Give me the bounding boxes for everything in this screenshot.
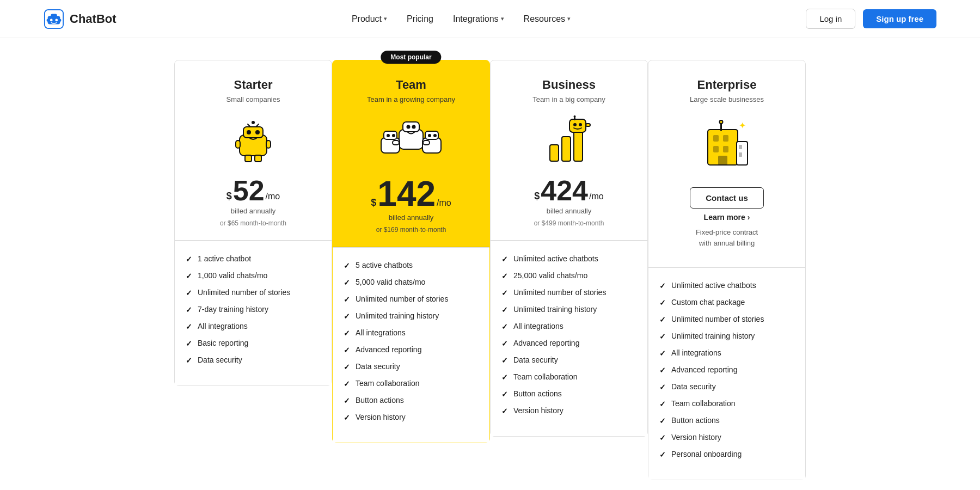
svg-point-23: [387, 134, 390, 137]
svg-rect-31: [550, 145, 559, 161]
plan-price-starter: $ 52 /mo: [188, 176, 318, 205]
check-icon: ✓: [659, 281, 666, 290]
plan-card-starter: StarterSmall companies $ 52 /mo billed a…: [174, 60, 332, 386]
price-period-team: /mo: [437, 195, 451, 211]
check-icon: ✓: [344, 278, 350, 287]
price-amount-starter: 52: [233, 176, 265, 205]
logo-link[interactable]: ChatBot: [44, 9, 117, 29]
feature-label: Unlimited training history: [671, 332, 755, 340]
feature-label: Advanced reporting: [356, 345, 421, 354]
feature-label: 1 active chatbot: [198, 254, 251, 263]
check-icon: ✓: [344, 346, 350, 354]
feature-item: ✓ 25,000 valid chats/mo: [501, 271, 636, 280]
check-icon: ✓: [186, 339, 192, 348]
svg-point-10: [247, 130, 251, 134]
plan-features-starter: ✓ 1 active chatbot ✓ 1,000 valid chats/m…: [175, 241, 332, 385]
feature-item: ✓ Unlimited training history: [659, 332, 794, 341]
check-icon: ✓: [659, 383, 666, 391]
svg-point-28: [433, 134, 437, 137]
check-icon: ✓: [659, 332, 666, 341]
login-button[interactable]: Log in: [806, 9, 855, 29]
feature-label: 1,000 valid chats/mo: [198, 271, 267, 280]
svg-rect-32: [562, 137, 571, 161]
feature-item: ✓ Unlimited number of stories: [501, 288, 636, 297]
logo-text: ChatBot: [70, 12, 117, 26]
feature-label: Version history: [356, 413, 406, 421]
plan-header-starter: StarterSmall companies $ 52 /mo billed a…: [175, 60, 332, 241]
check-icon: ✓: [186, 305, 192, 314]
svg-rect-18: [403, 122, 419, 132]
plan-illustration-enterprise: ✦: [661, 113, 792, 168]
svg-rect-43: [713, 146, 719, 152]
svg-point-19: [407, 125, 411, 129]
feature-label: Version history: [671, 433, 721, 442]
contact-us-button[interactable]: Contact us: [690, 187, 764, 209]
svg-rect-42: [723, 135, 728, 142]
svg-point-5: [55, 19, 58, 21]
feature-label: Custom chat package: [671, 298, 745, 307]
svg-text:✦: ✦: [739, 121, 746, 130]
feature-label: Data security: [671, 382, 716, 391]
feature-item: ✓ 7-day training history: [186, 305, 321, 314]
check-icon: ✓: [501, 407, 508, 415]
plan-illustration-starter: [188, 113, 318, 168]
nav-links: Product ▾ Pricing Integrations ▾ Resourc…: [352, 14, 571, 24]
svg-rect-9: [243, 127, 263, 138]
feature-label: All integrations: [513, 322, 564, 330]
check-icon: ✓: [344, 413, 350, 422]
price-amount-team: 142: [377, 176, 436, 211]
plan-name-team: Team: [346, 78, 476, 92]
svg-rect-44: [723, 146, 728, 152]
plan-card-team: Most popularTeamTeam in a growing compan…: [332, 60, 490, 443]
price-period-business: /mo: [589, 189, 604, 205]
plan-card-enterprise: EnterpriseLarge scale businesses ✦ Conta…: [648, 60, 806, 480]
nav-integrations[interactable]: Integrations ▾: [453, 14, 504, 24]
feature-label: Version history: [513, 406, 564, 415]
feature-label: Data security: [356, 362, 400, 371]
nav-pricing[interactable]: Pricing: [407, 14, 433, 24]
check-icon: ✓: [659, 450, 666, 459]
feature-label: Unlimited number of stories: [671, 315, 764, 323]
feature-item: ✓ Unlimited training history: [344, 311, 479, 321]
check-icon: ✓: [659, 315, 666, 324]
billing-monthly-starter: or $65 month-to-month: [188, 219, 318, 227]
learn-more-link[interactable]: Learn more ›: [661, 213, 792, 222]
feature-label: All integrations: [356, 328, 406, 337]
price-dollar-business: $: [534, 187, 540, 205]
feature-item: ✓ Unlimited number of stories: [344, 295, 479, 304]
svg-point-38: [574, 115, 576, 118]
nav-resources[interactable]: Resources ▾: [524, 14, 571, 24]
feature-item: ✓ Button actions: [344, 396, 479, 405]
svg-rect-12: [236, 140, 240, 148]
svg-point-20: [412, 125, 416, 129]
feature-item: ✓ 5,000 valid chats/mo: [344, 278, 479, 287]
feature-label: Data security: [198, 356, 242, 364]
feature-label: Data security: [513, 356, 558, 364]
feature-item: ✓ Team collaboration: [659, 399, 794, 408]
feature-label: All integrations: [198, 322, 248, 330]
feature-item: ✓ Unlimited active chatbots: [659, 281, 794, 290]
svg-rect-7: [59, 19, 61, 22]
svg-rect-17: [399, 130, 423, 149]
feature-label: Team collaboration: [671, 399, 736, 408]
svg-rect-15: [255, 155, 261, 162]
feature-label: Unlimited training history: [513, 305, 597, 314]
feature-item: ✓ Version history: [501, 406, 636, 415]
signup-button[interactable]: Sign up free: [863, 9, 936, 28]
check-icon: ✓: [186, 356, 192, 365]
feature-label: Unlimited number of stories: [356, 295, 448, 303]
feature-item: ✓ Version history: [659, 433, 794, 442]
plan-name-enterprise: Enterprise: [661, 78, 792, 92]
feature-item: ✓ Data security: [659, 382, 794, 391]
nav-actions: Log in Sign up free: [806, 9, 936, 29]
check-icon: ✓: [186, 322, 192, 331]
svg-rect-41: [713, 135, 719, 142]
nav-product[interactable]: Product ▾: [352, 14, 387, 24]
feature-label: Unlimited active chatbots: [671, 281, 756, 290]
feature-item: ✓ Advanced reporting: [659, 365, 794, 375]
most-popular-badge: Most popular: [381, 51, 441, 64]
feature-label: Button actions: [671, 416, 720, 425]
svg-rect-2: [48, 16, 60, 24]
check-icon: ✓: [344, 261, 350, 270]
feature-item: ✓ All integrations: [659, 348, 794, 358]
